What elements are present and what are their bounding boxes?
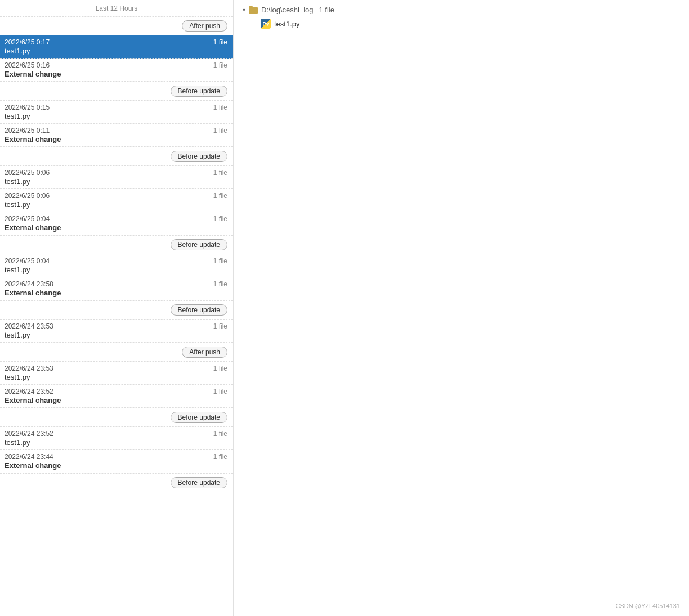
list-item[interactable]: 2022/6/25 0:041 filetest1.py bbox=[0, 254, 233, 277]
list-item[interactable]: 2022/6/25 0:161 fileExternal change bbox=[0, 59, 233, 82]
entry-date: 2022/6/24 23:52 bbox=[5, 430, 53, 438]
list-item[interactable]: 2022/6/25 0:111 fileExternal change bbox=[0, 124, 233, 147]
chevron-down-icon[interactable]: ▾ bbox=[243, 7, 245, 13]
badge-label[interactable]: Before update bbox=[171, 304, 227, 316]
entry-file: test1.py bbox=[5, 200, 227, 209]
entry-file: External change bbox=[5, 461, 227, 470]
badge-row: Before update bbox=[0, 473, 233, 492]
entry-file: test1.py bbox=[5, 438, 227, 447]
list-item[interactable]: 2022/6/25 0:061 filetest1.py bbox=[0, 189, 233, 212]
history-panel: Last 12 Hours After push2022/6/25 0:171 … bbox=[0, 0, 234, 616]
entry-count: 1 file bbox=[213, 388, 227, 395]
tree-children: Pytest1.py bbox=[243, 19, 680, 29]
badge-label[interactable]: After push bbox=[182, 20, 227, 32]
entry-date: 2022/6/25 0:04 bbox=[5, 215, 50, 223]
entry-count: 1 file bbox=[213, 169, 227, 177]
list-item[interactable]: 2022/6/25 0:151 filetest1.py bbox=[0, 101, 233, 124]
badge-row: Before update bbox=[0, 235, 233, 254]
entry-date: 2022/6/25 0:11 bbox=[5, 127, 50, 134]
entry-date: 2022/6/25 0:15 bbox=[5, 104, 50, 111]
entry-count: 1 file bbox=[213, 430, 227, 438]
list-item[interactable]: 2022/6/24 23:581 fileExternal change bbox=[0, 277, 233, 300]
entry-count: 1 file bbox=[213, 280, 227, 288]
entry-date: 2022/6/24 23:44 bbox=[5, 453, 53, 461]
entry-file: test1.py bbox=[5, 373, 227, 381]
python-file-icon: Py bbox=[261, 19, 271, 29]
badge-row: After push bbox=[0, 343, 233, 362]
entry-file: test1.py bbox=[5, 177, 227, 186]
file-tree-panel: ▾ D:\log\ceshi_log 1 file Pytest1.py bbox=[234, 0, 689, 616]
badge-label[interactable]: Before update bbox=[171, 151, 227, 162]
entry-date: 2022/6/25 0:06 bbox=[5, 169, 50, 177]
entry-date: 2022/6/24 23:53 bbox=[5, 322, 53, 330]
entry-count: 1 file bbox=[213, 215, 227, 223]
entry-count: 1 file bbox=[213, 192, 227, 200]
badge-row: Before update bbox=[0, 147, 233, 166]
badge-label[interactable]: Before update bbox=[171, 477, 227, 488]
entry-date: 2022/6/24 23:58 bbox=[5, 280, 53, 288]
panel-header: Last 12 Hours bbox=[0, 0, 233, 16]
entry-file: test1.py bbox=[5, 331, 227, 339]
entry-count: 1 file bbox=[213, 38, 227, 46]
entry-date: 2022/6/25 0:17 bbox=[5, 38, 50, 46]
entry-count: 1 file bbox=[213, 453, 227, 461]
list-item[interactable]: 2022/6/24 23:441 fileExternal change bbox=[0, 450, 233, 473]
list-item[interactable]: 2022/6/24 23:531 filetest1.py bbox=[0, 362, 233, 385]
folder-icon bbox=[249, 6, 258, 14]
entry-count: 1 file bbox=[213, 104, 227, 111]
entry-file: External change bbox=[5, 70, 227, 78]
entry-file: test1.py bbox=[5, 112, 227, 120]
list-item[interactable]: 2022/6/24 23:531 filetest1.py bbox=[0, 320, 233, 343]
list-item[interactable]: 2022/6/25 0:171 filetest1.py bbox=[0, 35, 233, 59]
list-item[interactable]: 2022/6/24 23:521 filetest1.py bbox=[0, 427, 233, 450]
entry-count: 1 file bbox=[213, 127, 227, 134]
badge-row: Before update bbox=[0, 300, 233, 320]
entry-date: 2022/6/25 0:16 bbox=[5, 61, 50, 69]
entry-count: 1 file bbox=[213, 322, 227, 330]
list-item[interactable]: 2022/6/25 0:061 filetest1.py bbox=[0, 166, 233, 189]
tree-root-path: D:\log\ceshi_log bbox=[261, 6, 314, 14]
tree-child-row[interactable]: Pytest1.py bbox=[243, 19, 680, 29]
history-scroll-area[interactable]: After push2022/6/25 0:171 filetest1.py20… bbox=[0, 16, 233, 616]
entry-file: test1.py bbox=[5, 266, 227, 274]
entry-count: 1 file bbox=[213, 61, 227, 69]
entry-date: 2022/6/25 0:04 bbox=[5, 257, 50, 265]
entry-date: 2022/6/24 23:52 bbox=[5, 388, 53, 395]
tree-child-name: test1.py bbox=[274, 20, 300, 28]
entry-date: 2022/6/24 23:53 bbox=[5, 365, 53, 372]
list-item[interactable]: 2022/6/24 23:521 fileExternal change bbox=[0, 385, 233, 408]
watermark: CSDN @YZL40514131 bbox=[615, 602, 680, 609]
entry-file: test1.py bbox=[5, 47, 227, 55]
badge-row: Before update bbox=[0, 408, 233, 427]
tree-root-row: ▾ D:\log\ceshi_log 1 file bbox=[243, 6, 680, 14]
entry-file: External change bbox=[5, 223, 227, 232]
badge-label[interactable]: Before update bbox=[171, 412, 227, 423]
entry-count: 1 file bbox=[213, 257, 227, 265]
badge-label[interactable]: Before update bbox=[171, 86, 227, 97]
tree-root-count: 1 file bbox=[319, 6, 334, 14]
badge-label[interactable]: After push bbox=[182, 347, 227, 358]
list-item[interactable]: 2022/6/25 0:041 fileExternal change bbox=[0, 212, 233, 235]
entry-date: 2022/6/25 0:06 bbox=[5, 192, 50, 200]
badge-row: Before update bbox=[0, 82, 233, 101]
entry-file: External change bbox=[5, 135, 227, 143]
badge-label[interactable]: Before update bbox=[171, 239, 227, 250]
entry-count: 1 file bbox=[213, 365, 227, 372]
entry-file: External change bbox=[5, 396, 227, 404]
entry-file: External change bbox=[5, 289, 227, 297]
badge-row: After push bbox=[0, 16, 233, 35]
